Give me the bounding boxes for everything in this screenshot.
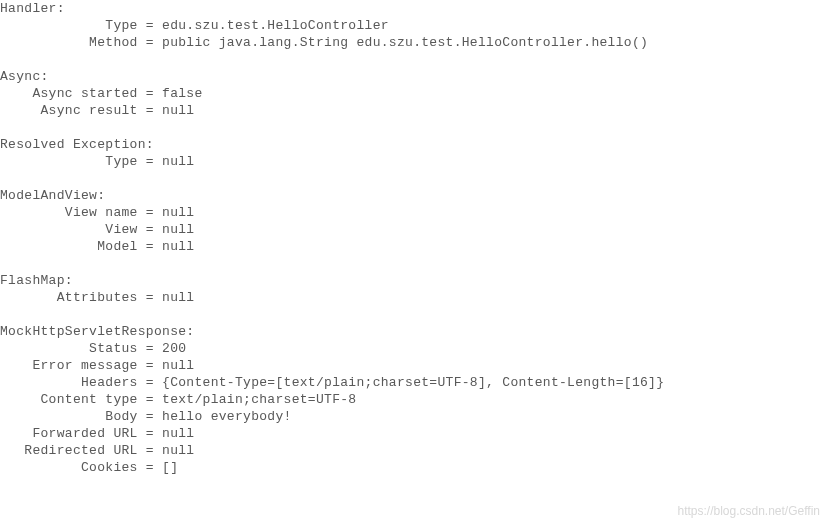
watermark-text: https://blog.csdn.net/Geffin [677,503,820,520]
log-output: Handler: Type = edu.szu.test.HelloContro… [0,0,828,476]
